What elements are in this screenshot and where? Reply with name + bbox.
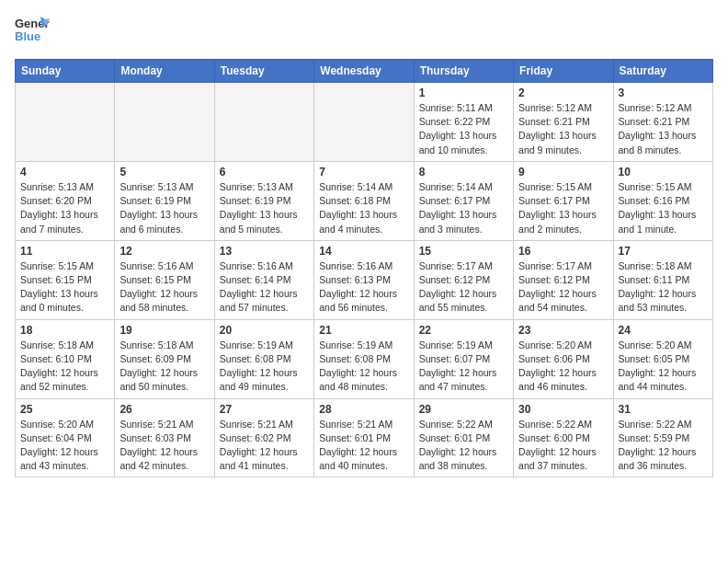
day-number: 31 (619, 403, 708, 416)
calendar-cell: 26Sunrise: 5:21 AM Sunset: 6:03 PM Dayli… (115, 398, 214, 477)
col-header-sunday: Sunday (16, 60, 115, 83)
calendar-cell: 19Sunrise: 5:18 AM Sunset: 6:09 PM Dayli… (115, 319, 214, 398)
day-number: 20 (220, 324, 309, 337)
day-info: Sunrise: 5:14 AM Sunset: 6:17 PM Dayligh… (419, 180, 508, 236)
day-info: Sunrise: 5:19 AM Sunset: 6:08 PM Dayligh… (220, 339, 309, 395)
col-header-saturday: Saturday (613, 60, 712, 83)
day-number: 3 (619, 86, 708, 99)
calendar-cell (115, 83, 214, 162)
col-header-wednesday: Wednesday (314, 60, 414, 83)
calendar-cell: 9Sunrise: 5:15 AM Sunset: 6:17 PM Daylig… (514, 161, 613, 240)
day-number: 17 (619, 245, 708, 258)
calendar-cell (214, 83, 313, 162)
col-header-friday: Friday (514, 60, 613, 83)
calendar-cell: 23Sunrise: 5:20 AM Sunset: 6:06 PM Dayli… (514, 319, 613, 398)
day-info: Sunrise: 5:13 AM Sunset: 6:19 PM Dayligh… (119, 180, 209, 236)
day-info: Sunrise: 5:12 AM Sunset: 6:21 PM Dayligh… (518, 101, 608, 157)
day-info: Sunrise: 5:15 AM Sunset: 6:15 PM Dayligh… (20, 259, 109, 316)
week-row-3: 11Sunrise: 5:15 AM Sunset: 6:15 PM Dayli… (16, 240, 713, 319)
day-info: Sunrise: 5:20 AM Sunset: 6:06 PM Dayligh… (518, 339, 608, 395)
calendar-cell: 13Sunrise: 5:16 AM Sunset: 6:14 PM Dayli… (214, 240, 313, 319)
day-number: 14 (319, 245, 408, 258)
day-info: Sunrise: 5:18 AM Sunset: 6:09 PM Dayligh… (119, 339, 209, 395)
calendar-cell: 3Sunrise: 5:12 AM Sunset: 6:21 PM Daylig… (613, 83, 712, 162)
col-header-monday: Monday (115, 60, 214, 83)
day-number: 11 (20, 245, 109, 258)
day-info: Sunrise: 5:21 AM Sunset: 6:01 PM Dayligh… (319, 418, 408, 474)
day-info: Sunrise: 5:15 AM Sunset: 6:16 PM Dayligh… (619, 180, 708, 236)
week-row-1: 1Sunrise: 5:11 AM Sunset: 6:22 PM Daylig… (16, 83, 713, 162)
week-row-5: 25Sunrise: 5:20 AM Sunset: 6:04 PM Dayli… (16, 398, 713, 477)
calendar-cell: 21Sunrise: 5:19 AM Sunset: 6:08 PM Dayli… (314, 319, 414, 398)
calendar-cell: 4Sunrise: 5:13 AM Sunset: 6:20 PM Daylig… (16, 161, 115, 240)
calendar-cell: 10Sunrise: 5:15 AM Sunset: 6:16 PM Dayli… (613, 161, 712, 240)
calendar-cell (16, 83, 115, 162)
col-header-thursday: Thursday (414, 60, 513, 83)
calendar-cell: 7Sunrise: 5:14 AM Sunset: 6:18 PM Daylig… (314, 161, 414, 240)
col-header-tuesday: Tuesday (214, 60, 313, 83)
day-info: Sunrise: 5:20 AM Sunset: 6:04 PM Dayligh… (20, 418, 109, 474)
day-info: Sunrise: 5:14 AM Sunset: 6:18 PM Dayligh… (319, 180, 408, 236)
calendar-cell: 11Sunrise: 5:15 AM Sunset: 6:15 PM Dayli… (16, 240, 115, 319)
calendar-cell: 28Sunrise: 5:21 AM Sunset: 6:01 PM Dayli… (314, 398, 414, 477)
day-info: Sunrise: 5:21 AM Sunset: 6:02 PM Dayligh… (220, 418, 309, 474)
day-info: Sunrise: 5:20 AM Sunset: 6:05 PM Dayligh… (619, 339, 708, 395)
day-number: 9 (518, 166, 608, 178)
day-info: Sunrise: 5:15 AM Sunset: 6:17 PM Dayligh… (518, 180, 608, 236)
logo: General Blue (15, 15, 50, 48)
day-info: Sunrise: 5:21 AM Sunset: 6:03 PM Dayligh… (119, 418, 209, 474)
calendar-cell: 25Sunrise: 5:20 AM Sunset: 6:04 PM Dayli… (16, 398, 115, 477)
day-info: Sunrise: 5:22 AM Sunset: 6:00 PM Dayligh… (518, 418, 608, 474)
day-number: 15 (419, 245, 508, 258)
calendar-cell: 12Sunrise: 5:16 AM Sunset: 6:15 PM Dayli… (115, 240, 214, 319)
calendar-cell: 18Sunrise: 5:18 AM Sunset: 6:10 PM Dayli… (16, 319, 115, 398)
svg-text:Blue: Blue (15, 29, 40, 43)
calendar-cell: 29Sunrise: 5:22 AM Sunset: 6:01 PM Dayli… (414, 398, 513, 477)
week-row-4: 18Sunrise: 5:18 AM Sunset: 6:10 PM Dayli… (16, 319, 713, 398)
day-number: 25 (20, 403, 109, 416)
page-header: General Blue (15, 15, 713, 48)
calendar-cell: 22Sunrise: 5:19 AM Sunset: 6:07 PM Dayli… (414, 319, 513, 398)
day-info: Sunrise: 5:22 AM Sunset: 6:01 PM Dayligh… (419, 418, 508, 474)
day-number: 30 (518, 403, 608, 416)
calendar-cell: 6Sunrise: 5:13 AM Sunset: 6:19 PM Daylig… (214, 161, 313, 240)
day-info: Sunrise: 5:16 AM Sunset: 6:13 PM Dayligh… (319, 259, 408, 316)
calendar-cell: 2Sunrise: 5:12 AM Sunset: 6:21 PM Daylig… (514, 83, 613, 162)
day-number: 12 (119, 245, 209, 258)
day-info: Sunrise: 5:16 AM Sunset: 6:15 PM Dayligh… (119, 259, 209, 316)
calendar-table: SundayMondayTuesdayWednesdayThursdayFrid… (15, 59, 713, 477)
day-info: Sunrise: 5:18 AM Sunset: 6:10 PM Dayligh… (20, 339, 109, 395)
day-number: 2 (518, 86, 608, 99)
day-number: 8 (419, 166, 508, 178)
week-row-2: 4Sunrise: 5:13 AM Sunset: 6:20 PM Daylig… (16, 161, 713, 240)
day-number: 1 (419, 86, 508, 99)
day-number: 4 (20, 166, 109, 178)
calendar-cell (314, 83, 414, 162)
day-number: 13 (220, 245, 309, 258)
calendar-cell: 30Sunrise: 5:22 AM Sunset: 6:00 PM Dayli… (514, 398, 613, 477)
day-number: 27 (220, 403, 309, 416)
day-info: Sunrise: 5:19 AM Sunset: 6:07 PM Dayligh… (419, 339, 508, 395)
day-info: Sunrise: 5:18 AM Sunset: 6:11 PM Dayligh… (619, 259, 708, 316)
day-info: Sunrise: 5:12 AM Sunset: 6:21 PM Dayligh… (619, 101, 708, 157)
day-info: Sunrise: 5:13 AM Sunset: 6:19 PM Dayligh… (220, 180, 309, 236)
calendar-cell: 31Sunrise: 5:22 AM Sunset: 5:59 PM Dayli… (613, 398, 712, 477)
day-number: 19 (119, 324, 209, 337)
calendar-cell: 5Sunrise: 5:13 AM Sunset: 6:19 PM Daylig… (115, 161, 214, 240)
day-number: 26 (119, 403, 209, 416)
calendar-cell: 20Sunrise: 5:19 AM Sunset: 6:08 PM Dayli… (214, 319, 313, 398)
day-number: 18 (20, 324, 109, 337)
day-info: Sunrise: 5:13 AM Sunset: 6:20 PM Dayligh… (20, 180, 109, 236)
day-info: Sunrise: 5:22 AM Sunset: 5:59 PM Dayligh… (619, 418, 708, 474)
logo-icon: General Blue (15, 15, 50, 44)
day-number: 6 (220, 166, 309, 178)
day-info: Sunrise: 5:19 AM Sunset: 6:08 PM Dayligh… (319, 339, 408, 395)
calendar-cell: 27Sunrise: 5:21 AM Sunset: 6:02 PM Dayli… (214, 398, 313, 477)
day-number: 22 (419, 324, 508, 337)
calendar-header-row: SundayMondayTuesdayWednesdayThursdayFrid… (16, 60, 713, 83)
calendar-cell: 1Sunrise: 5:11 AM Sunset: 6:22 PM Daylig… (414, 83, 513, 162)
calendar-cell: 16Sunrise: 5:17 AM Sunset: 6:12 PM Dayli… (514, 240, 613, 319)
calendar-cell: 8Sunrise: 5:14 AM Sunset: 6:17 PM Daylig… (414, 161, 513, 240)
calendar-cell: 15Sunrise: 5:17 AM Sunset: 6:12 PM Dayli… (414, 240, 513, 319)
day-number: 10 (619, 166, 708, 178)
